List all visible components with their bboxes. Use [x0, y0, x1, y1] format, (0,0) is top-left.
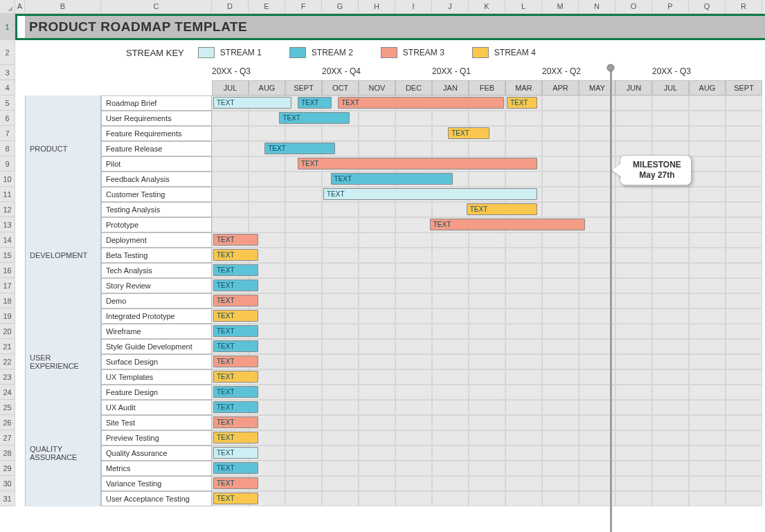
gantt-bar[interactable]: TEXT: [213, 447, 258, 459]
gantt-cell[interactable]: [212, 202, 249, 217]
group-cell[interactable]: [25, 476, 101, 491]
row-header-29[interactable]: 29: [0, 461, 15, 476]
gantt-cell[interactable]: [726, 278, 762, 293]
gantt-cell[interactable]: [542, 126, 579, 141]
task-row[interactable]: User Acceptance TestingTEXT: [25, 491, 765, 506]
gantt-cells[interactable]: TEXT: [212, 278, 765, 293]
gantt-cell[interactable]: [689, 339, 726, 354]
gantt-cell[interactable]: [469, 385, 505, 400]
gantt-cell[interactable]: [359, 232, 395, 248]
gantt-cell[interactable]: [285, 232, 322, 248]
gantt-cell[interactable]: [652, 461, 689, 476]
gantt-cell[interactable]: [652, 95, 689, 111]
gantt-cells[interactable]: TEXT: [212, 248, 765, 263]
gantt-cell[interactable]: [432, 415, 469, 430]
gantt-cell[interactable]: [542, 232, 579, 248]
gantt-bar[interactable]: TEXT: [213, 493, 258, 504]
month-header-aug-13[interactable]: AUG: [689, 80, 726, 95]
task-name[interactable]: Pilot: [101, 156, 212, 172]
gantt-cell[interactable]: [505, 324, 542, 339]
gantt-cell[interactable]: [469, 491, 505, 506]
task-row[interactable]: QUALITY ASSURANCEQuality AssuranceTEXT: [25, 446, 765, 461]
gantt-cell[interactable]: [285, 354, 322, 369]
task-row[interactable]: Site TestTEXT: [25, 415, 765, 430]
column-header-P[interactable]: P: [652, 0, 689, 14]
gantt-cell[interactable]: [322, 369, 359, 385]
group-cell[interactable]: [25, 491, 101, 506]
gantt-cell[interactable]: [652, 415, 689, 430]
gantt-cells[interactable]: TEXT: [212, 430, 765, 446]
gantt-cell[interactable]: [726, 430, 762, 446]
gantt-cell[interactable]: [469, 309, 505, 324]
row-header-22[interactable]: 22: [0, 354, 15, 369]
gantt-cell[interactable]: [212, 187, 249, 202]
gantt-bar[interactable]: TEXT: [213, 234, 258, 246]
gantt-cell[interactable]: [322, 339, 359, 354]
month-header-jul-12[interactable]: JUL: [652, 80, 689, 95]
gantt-cell[interactable]: [395, 415, 432, 430]
gantt-cells[interactable]: TEXT: [212, 293, 765, 309]
gantt-cell[interactable]: [432, 324, 469, 339]
gantt-cell[interactable]: [689, 354, 726, 369]
column-header-O[interactable]: O: [615, 0, 652, 14]
group-cell[interactable]: [25, 400, 101, 415]
gantt-cell[interactable]: [285, 278, 322, 293]
gantt-cell[interactable]: [285, 491, 322, 506]
gantt-cell[interactable]: [726, 217, 762, 232]
gantt-cell[interactable]: [395, 354, 432, 369]
gantt-cell[interactable]: [689, 202, 726, 217]
gantt-cell[interactable]: [395, 202, 432, 217]
gantt-cell[interactable]: [542, 476, 579, 491]
gantt-cell[interactable]: [285, 248, 322, 263]
gantt-cell[interactable]: [249, 156, 285, 172]
gantt-cell[interactable]: [469, 461, 505, 476]
gantt-cells[interactable]: TEXT: [212, 415, 765, 430]
column-header-L[interactable]: L: [505, 0, 542, 14]
month-header-aug-1[interactable]: AUG: [249, 80, 285, 95]
gantt-cell[interactable]: [505, 385, 542, 400]
gantt-cell[interactable]: [542, 187, 579, 202]
gantt-cell[interactable]: [689, 111, 726, 126]
gantt-cells[interactable]: TEXT: [212, 354, 765, 369]
group-cell[interactable]: [25, 415, 101, 430]
group-cell[interactable]: [25, 339, 101, 354]
row-header-28[interactable]: 28: [0, 446, 15, 461]
gantt-cell[interactable]: [322, 400, 359, 415]
gantt-cell[interactable]: [726, 126, 762, 141]
task-row[interactable]: UX AuditTEXT: [25, 400, 765, 415]
row-header-15[interactable]: 15: [0, 248, 15, 263]
column-header-G[interactable]: G: [322, 0, 359, 14]
column-header-K[interactable]: K: [469, 0, 505, 14]
gantt-cell[interactable]: [432, 141, 469, 156]
group-cell[interactable]: [25, 430, 101, 446]
gantt-cell[interactable]: [542, 354, 579, 369]
gantt-cell[interactable]: [432, 111, 469, 126]
gantt-cell[interactable]: [285, 430, 322, 446]
gantt-cell[interactable]: [542, 385, 579, 400]
gantt-cell[interactable]: [285, 172, 322, 187]
row-header-2[interactable]: 2: [0, 40, 15, 65]
gantt-cell[interactable]: [615, 385, 652, 400]
task-name[interactable]: Feedback Analysis: [101, 172, 212, 187]
gantt-cell[interactable]: [505, 400, 542, 415]
task-name[interactable]: UX Templates: [101, 369, 212, 385]
gantt-cell[interactable]: [285, 461, 322, 476]
gantt-cell[interactable]: [615, 476, 652, 491]
gantt-cell[interactable]: [212, 126, 249, 141]
gantt-cell[interactable]: [505, 491, 542, 506]
row-header-12[interactable]: 12: [0, 202, 15, 217]
column-header-I[interactable]: I: [395, 0, 432, 14]
gantt-cell[interactable]: [615, 217, 652, 232]
group-cell[interactable]: [25, 111, 101, 126]
month-header-nov-4[interactable]: NOV: [359, 80, 395, 95]
group-label-quality-assurance[interactable]: QUALITY ASSURANCE: [25, 446, 101, 461]
month-header-feb-7[interactable]: FEB: [469, 80, 505, 95]
task-row[interactable]: WireframeTEXT: [25, 324, 765, 339]
gantt-cell[interactable]: [285, 293, 322, 309]
gantt-bar[interactable]: TEXT: [331, 173, 453, 185]
gantt-cell[interactable]: [689, 446, 726, 461]
gantt-cell[interactable]: [615, 430, 652, 446]
gantt-cell[interactable]: [615, 248, 652, 263]
gantt-cell[interactable]: [689, 217, 726, 232]
gantt-cell[interactable]: [432, 446, 469, 461]
